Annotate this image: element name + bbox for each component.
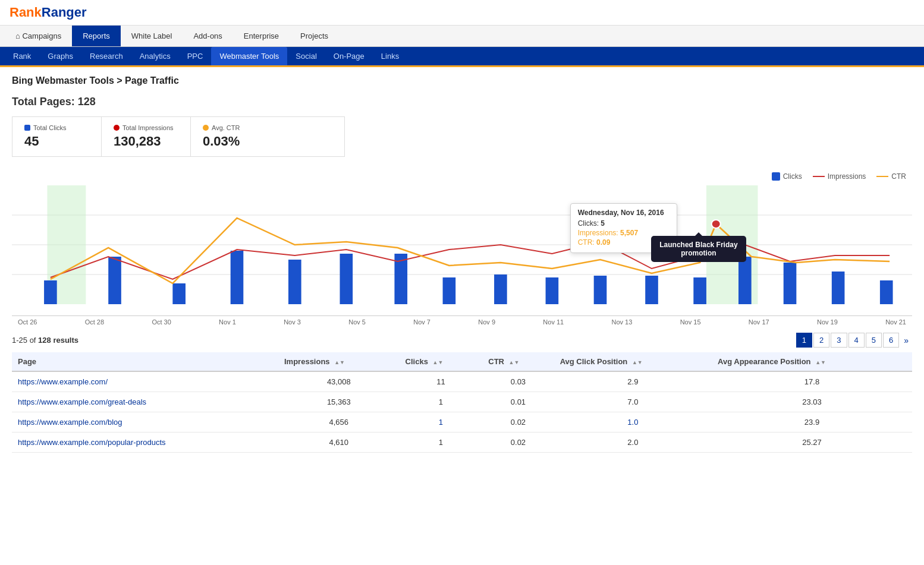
- col-avg-click[interactable]: Avg Click Position ▲▼: [554, 352, 712, 371]
- legend-ctr: CTR: [876, 172, 906, 181]
- nav-enterprise[interactable]: Enterprise: [233, 26, 290, 46]
- dot-red: [114, 125, 120, 131]
- svg-rect-9: [288, 260, 301, 304]
- pagination: 1 2 3 4 5 6 »: [796, 333, 912, 348]
- page-btn-5[interactable]: 5: [866, 333, 882, 348]
- legend-line-red-icon: [813, 176, 825, 177]
- logo-part2: Ranger: [42, 5, 87, 20]
- stats-section: Total Pages: 128 Total Clicks 45 Total I…: [0, 90, 924, 166]
- cell-page[interactable]: https://www.example.com/popular-products: [12, 433, 278, 453]
- col-avg-appear[interactable]: Avg Appearance Position ▲▼: [712, 352, 912, 371]
- cell-page[interactable]: https://www.example.com/: [12, 371, 278, 392]
- metric-impressions: Total Impressions 130,283: [102, 117, 191, 156]
- svg-rect-20: [832, 272, 845, 304]
- cell-impressions: 4,656: [278, 412, 400, 433]
- legend-bar-icon: [772, 172, 780, 181]
- x-label-nov15: Nov 15: [680, 318, 701, 326]
- nav-sub-onpage[interactable]: On-Page: [325, 47, 373, 65]
- nav-whitelabel[interactable]: White Label: [121, 26, 183, 46]
- table-row: https://www.example.com/blog 4,656 1 0.0…: [12, 412, 912, 433]
- x-label-oct28: Oct 28: [85, 318, 104, 326]
- svg-rect-8: [231, 251, 244, 304]
- nav-sub-ppc[interactable]: PPC: [179, 47, 212, 65]
- page-btn-6[interactable]: 6: [883, 333, 899, 348]
- cell-avg-click: 7.0: [554, 392, 712, 412]
- page-btn-2[interactable]: 2: [813, 333, 829, 348]
- x-label-nov1: Nov 1: [219, 318, 236, 326]
- cell-clicks: 1: [400, 433, 483, 453]
- legend-clicks-label: Clicks: [783, 172, 802, 181]
- page-next-icon[interactable]: »: [900, 333, 912, 348]
- legend-line-orange-icon: [876, 176, 888, 177]
- cell-impressions: 4,610: [278, 433, 400, 453]
- tooltip-date: Wednesday, Nov 16, 2016: [578, 209, 670, 217]
- cell-avg-click: 2.0: [554, 433, 712, 453]
- col-impressions[interactable]: Impressions ▲▼: [278, 352, 400, 371]
- nav-sub-analytics[interactable]: Analytics: [131, 47, 179, 65]
- nav-reports[interactable]: Reports: [72, 26, 121, 46]
- svg-rect-16: [645, 276, 658, 304]
- total-pages-value: 128: [78, 96, 96, 108]
- nav-projects[interactable]: Projects: [290, 26, 339, 46]
- x-axis-labels: Oct 26 Oct 28 Oct 30 Nov 1 Nov 3 Nov 5 N…: [12, 316, 912, 326]
- nav-sub-webmaster[interactable]: Webmaster Tools: [211, 47, 287, 65]
- x-label-nov9: Nov 9: [478, 318, 495, 326]
- svg-rect-21: [880, 280, 893, 304]
- legend-impressions: Impressions: [813, 172, 866, 181]
- nav-sub-research[interactable]: Research: [81, 47, 131, 65]
- svg-rect-14: [546, 277, 559, 304]
- page-btn-1[interactable]: 1: [796, 333, 812, 348]
- nav-sub-links[interactable]: Links: [373, 47, 407, 65]
- cell-ctr: 0.03: [482, 371, 554, 392]
- metric-clicks: Total Clicks 45: [12, 117, 102, 156]
- page-btn-3[interactable]: 3: [831, 333, 847, 348]
- x-label-nov3: Nov 3: [284, 318, 301, 326]
- cell-avg-appear: 17.8: [712, 371, 912, 392]
- sort-avg-appear-icon: ▲▼: [815, 360, 826, 365]
- cell-page[interactable]: https://www.example.com/great-deals: [12, 392, 278, 412]
- dot-orange: [203, 125, 209, 131]
- sort-ctr-icon: ▲▼: [509, 360, 520, 365]
- table-section: 1-25 of 128 results 1 2 3 4 5 6 » Page I…: [0, 326, 924, 460]
- legend-ctr-label: CTR: [891, 172, 906, 181]
- metric-ctr-label: Avg. CTR: [203, 124, 268, 131]
- svg-rect-5: [44, 280, 57, 304]
- sort-impressions-icon: ▲▼: [334, 360, 345, 365]
- cell-impressions: 15,363: [278, 392, 400, 412]
- data-table: Page Impressions ▲▼ Clicks ▲▼ CTR ▲▼ Avg…: [12, 352, 912, 453]
- metrics-row: Total Clicks 45 Total Impressions 130,28…: [12, 116, 345, 157]
- cell-avg-click: 1.0: [554, 412, 712, 433]
- annotation-box: Launched Black Friday promotion: [651, 236, 746, 262]
- nav-sub: Rank Graphs Research Analytics PPC Webma…: [0, 47, 924, 67]
- nav-campaigns[interactable]: ⌂ Campaigns: [5, 26, 72, 46]
- svg-rect-18: [738, 257, 752, 304]
- svg-rect-6: [108, 257, 121, 304]
- x-label-nov21: Nov 21: [885, 318, 906, 326]
- cell-avg-appear: 25.27: [712, 433, 912, 453]
- results-count: 1-25 of 128 results: [12, 336, 78, 345]
- chart-legend: Clicks Impressions CTR: [12, 172, 912, 181]
- cell-ctr: 0.02: [482, 412, 554, 433]
- nav-addons[interactable]: Add-ons: [183, 26, 232, 46]
- col-ctr[interactable]: CTR ▲▼: [482, 352, 554, 371]
- nav-sub-social[interactable]: Social: [287, 47, 325, 65]
- cell-impressions: 43,008: [278, 371, 400, 392]
- nav-sub-rank[interactable]: Rank: [5, 47, 39, 65]
- table-row: https://www.example.com/popular-products…: [12, 433, 912, 453]
- cell-avg-click: 2.9: [554, 371, 712, 392]
- metric-ctr-value: 0.03%: [203, 134, 268, 149]
- dot-blue: [24, 125, 30, 131]
- cell-page[interactable]: https://www.example.com/blog: [12, 412, 278, 433]
- total-pages: Total Pages: 128: [12, 96, 912, 108]
- cell-ctr: 0.02: [482, 433, 554, 453]
- nav-sub-graphs[interactable]: Graphs: [39, 47, 81, 65]
- page-btn-4[interactable]: 4: [848, 333, 865, 348]
- metric-clicks-label: Total Clicks: [24, 124, 89, 131]
- x-label-nov11: Nov 11: [543, 318, 564, 326]
- table-header-row: 1-25 of 128 results 1 2 3 4 5 6 »: [12, 333, 912, 348]
- cell-clicks: 1: [400, 412, 483, 433]
- col-clicks[interactable]: Clicks ▲▼: [400, 352, 483, 371]
- legend-clicks: Clicks: [772, 172, 802, 181]
- metric-ctr: Avg. CTR 0.03%: [191, 117, 280, 156]
- logo-part1: Rank: [10, 5, 42, 20]
